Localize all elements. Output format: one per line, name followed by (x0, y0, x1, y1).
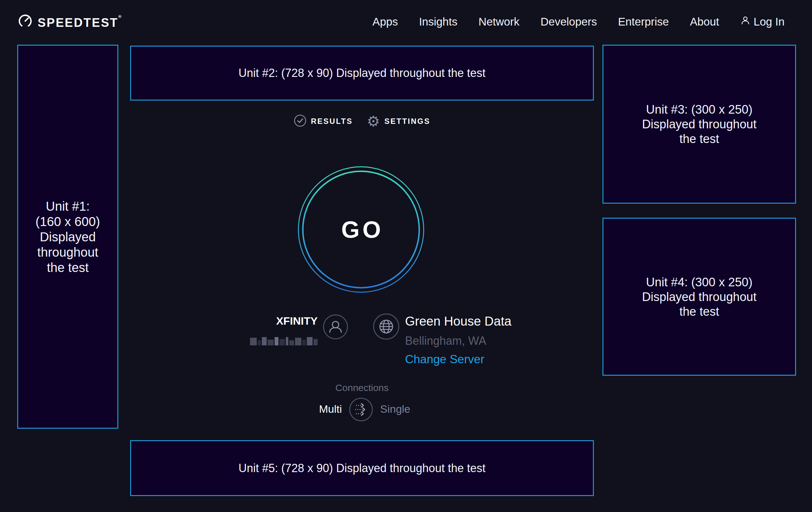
nav-item-developers[interactable]: Developers (541, 15, 597, 28)
globe-icon (373, 313, 400, 341)
ad-unit-3[interactable]: Unit #3: (300 x 250) Displayed throughou… (603, 45, 796, 204)
check-circle-icon (294, 114, 307, 128)
connections-multi-option[interactable]: Multi (298, 403, 342, 415)
multi-connection-arrows-icon (349, 397, 373, 422)
logo-wordmark: SPEEDTEST® (38, 14, 121, 30)
ad-unit-4-text: Unit #4: (300 x 250) Displayed throughou… (642, 275, 756, 319)
ad-unit-3-text: Unit #3: (300 x 250) Displayed throughou… (642, 102, 756, 146)
nav-item-network[interactable]: Network (478, 15, 519, 28)
nav-item-insights[interactable]: Insights (419, 15, 458, 28)
tab-settings-label: SETTINGS (384, 117, 430, 126)
speedometer-icon (18, 14, 32, 30)
redacted-isp-details (250, 336, 318, 345)
log-in-button[interactable]: Log In (740, 15, 785, 28)
ad-unit-4[interactable]: Unit #4: (300 x 250) Displayed throughou… (603, 218, 796, 376)
connections-single-option[interactable]: Single (380, 403, 410, 415)
tab-bar: RESULTS ⚙ SETTINGS (130, 114, 594, 128)
go-button[interactable]: GO (297, 166, 425, 293)
server-name: Green House Data (405, 314, 512, 328)
isp-user-icon (323, 314, 348, 341)
tab-results-label: RESULTS (311, 117, 353, 126)
header: SPEEDTEST® Apps Insights Network Develop… (0, 0, 812, 44)
user-icon (740, 15, 750, 28)
ad-unit-1[interactable]: Unit #1: (160 x 600) Displayed throughou… (17, 45, 118, 429)
nav-item-about[interactable]: About (690, 15, 719, 28)
nav-item-apps[interactable]: Apps (373, 15, 398, 28)
ad-unit-2-text: Unit #2: (728 x 90) Displayed throughout… (238, 66, 486, 80)
go-label: GO (297, 166, 425, 293)
tab-results[interactable]: RESULTS (294, 114, 353, 128)
main-nav: Apps Insights Network Developers Enterpr… (373, 15, 785, 28)
registered-mark: ® (118, 14, 121, 19)
change-server-link[interactable]: Change Server (405, 353, 512, 366)
nav-item-enterprise[interactable]: Enterprise (618, 15, 669, 28)
ad-unit-2[interactable]: Unit #2: (728 x 90) Displayed throughout… (130, 46, 594, 101)
ad-unit-5-text: Unit #5: (728 x 90) Displayed throughout… (238, 462, 486, 475)
server-location: Bellingham, WA (405, 334, 512, 348)
log-in-label: Log In (754, 15, 785, 28)
ad-unit-1-text: Unit #1: (160 x 600) Displayed throughou… (35, 198, 100, 275)
tab-settings[interactable]: ⚙ SETTINGS (367, 114, 430, 128)
ad-unit-5[interactable]: Unit #5: (728 x 90) Displayed throughout… (130, 440, 594, 496)
connections-toggle[interactable] (349, 397, 373, 422)
isp-name: XFINITY (244, 315, 318, 327)
gear-icon: ⚙ (367, 116, 380, 127)
server-info: Green House Data Bellingham, WA Change S… (405, 314, 512, 366)
connections-label: Connections (130, 382, 594, 393)
speedtest-logo[interactable]: SPEEDTEST® (18, 14, 121, 30)
